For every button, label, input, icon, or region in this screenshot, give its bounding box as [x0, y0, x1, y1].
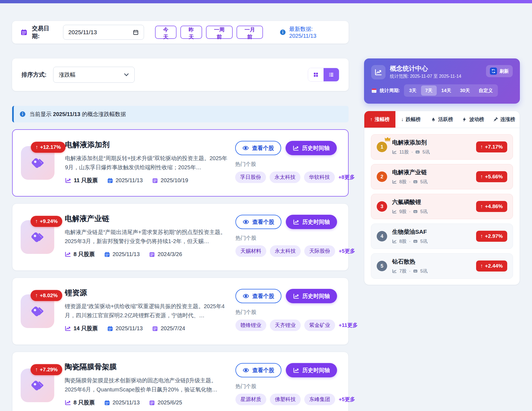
history-timeline-button[interactable]: 历史时间轴 [286, 363, 337, 377]
chart-line-icon [293, 367, 299, 374]
concept-meta: 14 只股票 2025/11/13 2025/7/24 [65, 325, 228, 332]
stock-tag[interactable]: 永太科技 [270, 245, 301, 257]
view-stocks-button[interactable]: 查看个股 [235, 289, 281, 303]
tab-gainers[interactable]: ↑ 涨幅榜 [364, 111, 395, 128]
ranking-panel: ↑ 涨幅榜 ↓ 跌幅榜 活跃榜 波动榜 [364, 111, 520, 285]
sort-select-value: 涨跌幅 [59, 71, 75, 79]
concept-title: 电解液添加剂 [65, 140, 228, 150]
stock-tag[interactable]: 永太科技 [270, 171, 300, 183]
more-stocks-link[interactable]: +8更多 [338, 174, 355, 181]
period-30d-button[interactable]: 30天 [456, 85, 474, 96]
rank-meta: 8股 · 5讯 [392, 238, 428, 245]
info-icon [279, 29, 286, 36]
arrow-down-icon: ↓ [401, 117, 404, 122]
list-view-button[interactable] [324, 68, 339, 81]
quick-date-buttons: 今天 昨天 一周前 一月前 [155, 26, 263, 39]
history-timeline-button[interactable]: 历史时间轴 [286, 215, 337, 229]
rank-change-badge: ↑+2.44% [476, 260, 507, 272]
refresh-icon [490, 68, 497, 75]
rank-number-badge: 1 [377, 142, 387, 152]
stock-tag[interactable]: 天赐材料 [235, 245, 266, 257]
stock-tag[interactable]: 天齐锂业 [270, 319, 301, 331]
grid-view-button[interactable] [308, 68, 324, 81]
concept-card[interactable]: ↑+7.29% 陶瓷隔膜骨架膜 陶瓷隔膜骨架膜是技术创新驱动的固态电池产业链β升… [12, 352, 349, 411]
calendar-picker-icon[interactable] [133, 29, 139, 35]
list-icon [328, 72, 334, 78]
period-custom-button[interactable]: 自定义 [474, 85, 497, 96]
tab-volatility[interactable]: 波动榜 [457, 111, 488, 128]
trade-date-icon [107, 178, 113, 184]
stock-tag[interactable]: 赣锋锂业 [235, 319, 266, 331]
rank-item[interactable]: 2 电解液产业链 8股 · 5讯 ↑+5. [371, 164, 513, 189]
stock-tag[interactable]: 佛塑科技 [270, 394, 301, 405]
period-7d-button[interactable]: 7天 [421, 85, 436, 96]
rank-item[interactable]: 4 生物柴油SAF 8股 · 5讯 ↑+2 [371, 224, 513, 249]
sort-bar: 排序方式: 涨跌幅 [12, 58, 349, 91]
more-stocks-link[interactable]: +5更多 [339, 396, 355, 403]
chart-line-icon [392, 209, 397, 214]
tag-icon [30, 378, 45, 393]
chart-line-icon [293, 145, 299, 151]
hot-stocks-label: 热门个股 [235, 383, 340, 390]
chart-line-icon [65, 325, 71, 332]
concept-card[interactable]: ↑+12.17% 电解液添加剂 电解液添加剂是“周期反转+技术升级”双轮驱动的投… [12, 129, 349, 197]
rank-number-badge: 5 [377, 261, 387, 271]
history-timeline-button[interactable]: 历史时间轴 [286, 289, 337, 303]
concept-description: 电解液添加剂是“周期反转+技术升级”双轮驱动的投资主题。2025年9月，山东孚日… [65, 154, 228, 172]
news-icon [413, 209, 418, 214]
quick-month-ago-button[interactable]: 一月前 [237, 26, 263, 39]
eye-icon [242, 145, 249, 151]
concept-card[interactable]: ↑+8.02% 锂资源 锂资源是“政策驱动+供给收缩”双重逻辑共振的投资主题。2… [12, 278, 349, 345]
tab-losers[interactable]: ↓ 跌幅榜 [395, 111, 427, 128]
view-stocks-button[interactable]: 查看个股 [235, 363, 281, 377]
view-toggle [308, 68, 339, 82]
trade-date-icon [104, 251, 110, 257]
stock-tag[interactable]: 天际股份 [304, 245, 335, 257]
period-14d-button[interactable]: 14天 [437, 85, 455, 96]
date-input[interactable]: 2025/11/13 [63, 25, 144, 40]
news-icon [415, 150, 420, 154]
more-stocks-link[interactable]: +11更多 [339, 322, 358, 329]
concept-thumbnail: ↑+7.29% [21, 369, 54, 402]
stock-tag[interactable]: 星源材质 [235, 394, 266, 405]
concept-description: 陶瓷隔膜骨架膜是技术创新驱动的固态电池产业链β升级主题。2025年6月，Quan… [65, 376, 228, 394]
tab-active[interactable]: 活跃榜 [427, 111, 458, 128]
sort-select[interactable]: 涨跌幅 [53, 67, 135, 83]
hot-stocks-tags: 天赐材料 永太科技 天际股份 +5更多 [235, 245, 340, 257]
quick-yesterday-button[interactable]: 昨天 [180, 26, 202, 39]
concept-thumbnail: ↑+9.24% [21, 220, 54, 254]
view-stocks-button[interactable]: 查看个股 [235, 215, 281, 229]
more-stocks-link[interactable]: +5更多 [339, 248, 355, 255]
concept-thumbnail: ↑+12.17% [21, 146, 55, 180]
concept-card-body: 陶瓷隔膜骨架膜 陶瓷隔膜骨架膜是技术创新驱动的固态电池产业链β升级主题。2025… [65, 360, 228, 411]
stock-tag[interactable]: 孚日股份 [235, 171, 266, 183]
chart-line-icon [392, 239, 397, 244]
change-badge: ↑+7.29% [31, 364, 62, 375]
chevron-down-icon [124, 73, 129, 76]
top-accent-bar [0, 0, 532, 3]
quick-week-ago-button[interactable]: 一周前 [206, 26, 233, 39]
history-timeline-button[interactable]: 历史时间轴 [286, 141, 337, 155]
hot-stocks-tags: 孚日股份 永太科技 华软科技 +8更多 [235, 171, 340, 183]
stock-tag[interactable]: 紫金矿业 [304, 319, 335, 331]
rank-change-badge: ↑+5.66% [476, 171, 507, 182]
sort-label: 排序方式: [21, 71, 47, 79]
period-3d-button[interactable]: 3天 [405, 85, 420, 96]
stock-tag[interactable]: 东峰集团 [304, 394, 335, 405]
current-date-banner: 当前显示 2025/11/13 的概念涨跌幅数据 [12, 106, 349, 122]
rank-item[interactable]: 5 钻石散热 7股 · 5讯 ↑+2.44 [371, 253, 513, 279]
ranking-tabs: ↑ 涨幅榜 ↓ 跌幅榜 活跃榜 波动榜 [364, 111, 520, 128]
date-filter-bar: 交易日期: 2025/11/13 今天 昨天 一周前 一月前 最新数据: 202… [12, 21, 349, 44]
rank-item[interactable]: 3 六氟磷酸锂 9股 · 5讯 ↑+4.8 [371, 194, 513, 219]
rank-concept-name: 生物柴油SAF [392, 228, 428, 236]
chart-line-icon [371, 65, 386, 79]
concept-card[interactable]: ↑+9.24% 电解液产业链 电解液产业链是“产能出清尾声+需求复苏初期”的拐点… [12, 203, 349, 271]
tab-streak[interactable]: 连涨榜 [488, 111, 520, 128]
quick-today-button[interactable]: 今天 [155, 26, 177, 39]
eye-icon [243, 219, 249, 225]
view-stocks-button[interactable]: 查看个股 [235, 141, 281, 155]
stock-tag[interactable]: 华软科技 [304, 171, 335, 183]
rank-item[interactable]: 1 电解液添加剂 11股 · 5讯 [371, 134, 513, 160]
concept-card-body: 电解液添加剂 电解液添加剂是“周期反转+技术升级”双轮驱动的投资主题。2025年… [65, 138, 228, 188]
refresh-button[interactable]: 刷新 [486, 65, 513, 77]
